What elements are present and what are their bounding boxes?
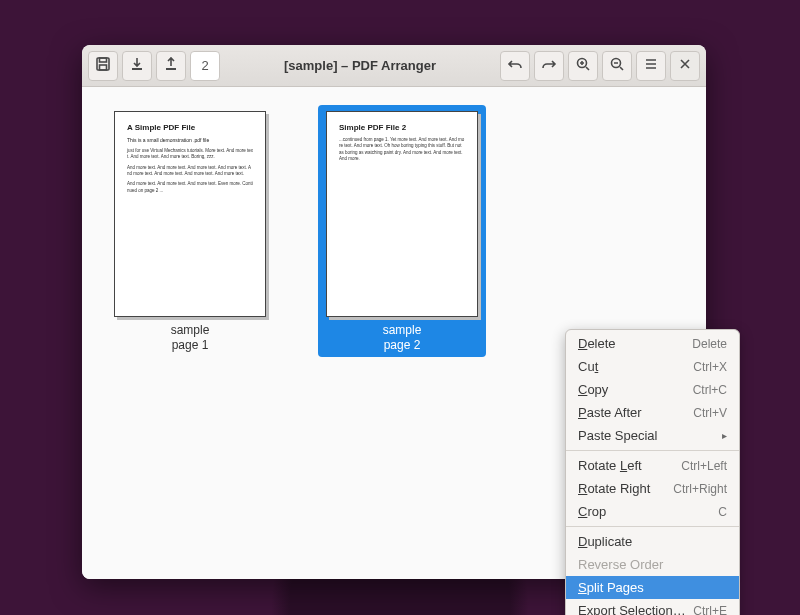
context-menu: DeleteDeleteCutCtrl+XCopyCtrl+CPaste Aft…	[565, 329, 740, 615]
page-preview: A Simple PDF FileThis is a small demonst…	[114, 111, 266, 317]
page-preview-paragraph: And more text. And more text. And more t…	[127, 165, 253, 178]
menu-item-label: Split Pages	[578, 580, 644, 595]
hamburger-icon	[643, 56, 659, 75]
menu-item[interactable]: Export Selection…Ctrl+E	[566, 599, 739, 615]
menu-item-accelerator: Ctrl+C	[693, 383, 727, 397]
svg-rect-2	[100, 65, 107, 70]
save-icon	[95, 56, 111, 75]
caption-pagenum: page 2	[383, 338, 422, 353]
headerbar: 2 [sample] – PDF Arranger	[82, 45, 706, 87]
menu-item-accelerator: Ctrl+V	[693, 406, 727, 420]
thumbnail-caption: samplepage 2	[383, 323, 422, 353]
menu-item[interactable]: Duplicate	[566, 530, 739, 553]
page-preview-title: Simple PDF File 2	[339, 122, 465, 133]
undo-button[interactable]	[500, 51, 530, 81]
menu-item: Reverse Order	[566, 553, 739, 576]
redo-icon	[541, 56, 557, 75]
menu-item-accelerator: Delete	[692, 337, 727, 351]
menu-item-label: Paste After	[578, 405, 642, 420]
menu-item-accelerator: Ctrl+Left	[681, 459, 727, 473]
page-number-value: 2	[201, 58, 208, 73]
menu-item-label: Rotate Left	[578, 458, 642, 473]
close-icon	[677, 56, 693, 75]
menu-item-label: Copy	[578, 382, 608, 397]
zoom-in-icon	[575, 56, 591, 75]
page-preview-paragraph: just for use Virtual Mechanics tutorials…	[127, 148, 253, 161]
close-window-button[interactable]	[670, 51, 700, 81]
menu-item[interactable]: CutCtrl+X	[566, 355, 739, 378]
menu-item-label: Rotate Right	[578, 481, 650, 496]
menu-item-label: Export Selection…	[578, 603, 686, 615]
menu-item-label: Delete	[578, 336, 616, 351]
menu-item[interactable]: Rotate RightCtrl+Right	[566, 477, 739, 500]
menu-item-label: Reverse Order	[578, 557, 663, 572]
menu-item[interactable]: CopyCtrl+C	[566, 378, 739, 401]
menu-item-label: Duplicate	[578, 534, 632, 549]
import-icon	[129, 56, 145, 75]
export-button[interactable]	[156, 51, 186, 81]
caption-filename: sample	[383, 323, 422, 338]
svg-rect-3	[132, 68, 142, 70]
menu-item-accelerator: Ctrl+E	[693, 604, 727, 616]
menu-item-accelerator: Ctrl+Right	[673, 482, 727, 496]
menu-item[interactable]: Paste Special▸	[566, 424, 739, 447]
page-preview-paragraph: And more text. And more text. And more t…	[127, 181, 253, 194]
menu-item-label: Cut	[578, 359, 598, 374]
menu-item[interactable]: CropC	[566, 500, 739, 523]
svg-rect-4	[166, 68, 176, 70]
menu-item-accelerator: Ctrl+X	[693, 360, 727, 374]
undo-icon	[507, 56, 523, 75]
window-title: [sample] – PDF Arranger	[224, 58, 496, 73]
caption-filename: sample	[171, 323, 210, 338]
save-button[interactable]	[88, 51, 118, 81]
menu-item-label: Crop	[578, 504, 606, 519]
page-thumbnail[interactable]: Simple PDF File 2...continued from page …	[318, 105, 486, 357]
page-preview-subtitle: This is a small demonstration .pdf file	[127, 137, 253, 144]
page-number-input[interactable]: 2	[190, 51, 220, 81]
thumbnail-caption: samplepage 1	[171, 323, 210, 353]
zoom-out-icon	[609, 56, 625, 75]
menu-item[interactable]: Paste AfterCtrl+V	[566, 401, 739, 424]
zoom-out-button[interactable]	[602, 51, 632, 81]
chevron-right-icon: ▸	[722, 430, 727, 441]
menu-item-accelerator: C	[718, 505, 727, 519]
zoom-in-button[interactable]	[568, 51, 598, 81]
menu-item-label: Paste Special	[578, 428, 658, 443]
menu-item[interactable]: Rotate LeftCtrl+Left	[566, 454, 739, 477]
menu-separator	[566, 526, 739, 527]
menu-separator	[566, 450, 739, 451]
page-preview-title: A Simple PDF File	[127, 122, 253, 133]
menu-item[interactable]: Split Pages	[566, 576, 739, 599]
page-thumbnail[interactable]: A Simple PDF FileThis is a small demonst…	[106, 105, 274, 357]
redo-button[interactable]	[534, 51, 564, 81]
menu-item[interactable]: DeleteDelete	[566, 332, 739, 355]
svg-rect-1	[100, 58, 107, 62]
import-button[interactable]	[122, 51, 152, 81]
export-icon	[163, 56, 179, 75]
page-preview-paragraph: ...continued from page 1. Yet more text.…	[339, 137, 465, 162]
hamburger-menu-button[interactable]	[636, 51, 666, 81]
caption-pagenum: page 1	[171, 338, 210, 353]
page-preview: Simple PDF File 2...continued from page …	[326, 111, 478, 317]
